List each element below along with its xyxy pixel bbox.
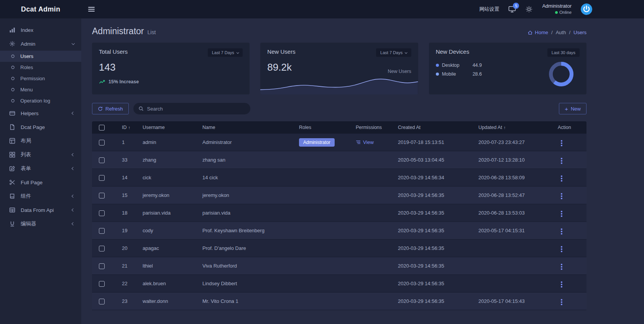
layout-icon (9, 138, 15, 144)
row-checkbox[interactable] (99, 299, 105, 304)
row-checkbox[interactable] (99, 281, 105, 287)
chevron-down-icon (237, 51, 239, 53)
cell-name: parisian.vida (196, 210, 292, 216)
user-info[interactable]: Administrator Online (542, 3, 572, 15)
sidebar-item-admin[interactable]: Admin (0, 37, 81, 51)
sidebar-item-permission[interactable]: Permission (0, 73, 81, 84)
bar-chart-icon (9, 27, 15, 33)
breadcrumb-users: Users (573, 30, 586, 35)
sidebar-item-operation-log[interactable]: Operation log (0, 95, 81, 106)
cell-permissions: View (349, 139, 391, 145)
period-dropdown[interactable]: Last 7 Days (376, 48, 411, 57)
sidebar-item-label: 编辑器 (21, 220, 72, 227)
row-actions-button[interactable] (558, 139, 565, 148)
users-table: ID↑ Username Name Roles Permissions Crea… (92, 121, 586, 310)
row-actions-button[interactable] (558, 156, 565, 165)
sidebar-item-label: Menu (20, 87, 74, 93)
avatar[interactable] (581, 3, 592, 15)
cell-name: jeremy.okon (196, 192, 292, 198)
sidebar-item-list[interactable]: 列表 (0, 148, 81, 162)
cell-created-at: 2020-03-29 14:56:34 (391, 175, 472, 180)
row-checkbox[interactable] (99, 210, 105, 216)
cell-id: 18 (115, 210, 136, 216)
cell-name: Viva Rutherford (196, 263, 292, 269)
hamburger-menu-button[interactable] (87, 5, 95, 13)
row-checkbox[interactable] (99, 157, 105, 163)
permissions-view-link[interactable]: View (356, 139, 374, 145)
cell-username: alek.bruen (136, 281, 196, 286)
theme-sun-icon[interactable] (525, 6, 533, 13)
breadcrumb-home[interactable]: Home (527, 30, 548, 35)
refresh-button[interactable]: Refresh (92, 103, 129, 114)
row-actions-button[interactable] (558, 227, 565, 236)
row-actions-button[interactable] (558, 245, 565, 254)
circle-icon (10, 54, 15, 59)
search-input[interactable] (133, 103, 250, 114)
sidebar-item-dcat-page[interactable]: Dcat Page (0, 120, 81, 134)
cell-id: 19 (115, 228, 136, 233)
row-checkbox[interactable] (99, 140, 105, 145)
sidebar-item-roles[interactable]: Roles (0, 62, 81, 73)
sidebar-item-label: Users (20, 53, 74, 59)
sidebar-item-label: 表单 (21, 165, 72, 172)
row-actions-button[interactable] (558, 262, 565, 271)
sort-asc-icon: ↑ (504, 125, 506, 130)
cell-id: 14 (115, 175, 136, 180)
cell-updated-at: 2020-06-28 13:52:47 (472, 192, 551, 198)
period-button[interactable]: Last 30 days (547, 48, 580, 57)
search-icon (138, 106, 144, 111)
chevron-down-icon (405, 51, 407, 53)
breadcrumb: Home/Auth/Users (527, 30, 586, 35)
sidebar-item-users[interactable]: Users (0, 51, 81, 62)
sidebar-item-form[interactable]: 表单 (0, 162, 81, 175)
sidebar-item-data-from-api[interactable]: Data From Api (0, 203, 81, 217)
col-header-updated-at[interactable]: Updated At (478, 125, 502, 130)
sidebar-item-label: Helpers (21, 111, 72, 116)
sidebar-item-full-page[interactable]: Full Page (0, 175, 81, 189)
devices-donut-chart (547, 60, 575, 88)
cell-name: Prof. D'angelo Dare (196, 245, 292, 251)
cell-name: 14 cick (196, 175, 292, 180)
sidebar-menu: IndexAdminUsersRolesPermissionMenuOperat… (0, 23, 81, 231)
cell-name: Administrator (196, 139, 292, 145)
sidebar-item-helpers[interactable]: Helpers (0, 106, 81, 120)
col-header-username: Username (143, 125, 165, 130)
row-checkbox[interactable] (99, 193, 105, 198)
cell-created-at: 2020-03-29 14:56:35 (391, 298, 472, 304)
table-row: 22 alek.bruen Lindsey Dibbert 2020-03-29… (92, 275, 586, 293)
user-status: Online (542, 10, 572, 15)
select-all-checkbox[interactable] (99, 125, 105, 131)
table-row: 15 jeremy.okon jeremy.okon 2020-03-29 14… (92, 187, 586, 204)
sidebar-item-components[interactable]: 组件 (0, 189, 81, 203)
sidebar-item-editor[interactable]: 编辑器 (0, 217, 81, 231)
row-checkbox[interactable] (99, 175, 105, 181)
legend-dot (436, 64, 439, 67)
site-settings-link[interactable]: 网站设置 (479, 6, 499, 13)
new-button[interactable]: + New (559, 103, 586, 114)
sidebar-item-label: Full Page (21, 180, 74, 185)
row-checkbox[interactable] (99, 228, 105, 234)
row-checkbox[interactable] (99, 263, 105, 269)
row-actions-button[interactable] (558, 209, 565, 218)
sidebar-item-menu[interactable]: Menu (0, 84, 81, 95)
app-logo[interactable]: Dcat Admin (0, 0, 81, 18)
chevron-left-icon (72, 195, 75, 198)
chevron-down-icon (72, 42, 75, 45)
cell-updated-at: 2020-05-17 04:15:43 (472, 298, 551, 304)
cell-created-at: 2020-03-29 14:56:35 (391, 210, 472, 216)
notification-monitor-icon[interactable]: 5 (508, 6, 516, 13)
cell-id: 1 (115, 139, 136, 145)
period-dropdown[interactable]: Last 7 Days (208, 48, 243, 57)
row-actions-button[interactable] (558, 298, 565, 307)
cell-name: Prof. Keyshawn Breitenberg (196, 228, 292, 233)
sidebar-item-layout[interactable]: 布局 (0, 134, 81, 148)
row-actions-button[interactable] (558, 280, 565, 289)
table-row: 23 walter.donn Mr. Vito Crona 1 2020-03-… (92, 293, 586, 310)
col-header-created-at: Created At (398, 125, 421, 130)
sidebar-item-index[interactable]: Index (0, 23, 81, 37)
row-actions-button[interactable] (558, 192, 565, 201)
row-checkbox[interactable] (99, 246, 105, 251)
circle-icon (10, 98, 15, 103)
col-header-id[interactable]: ID (122, 125, 127, 130)
row-actions-button[interactable] (558, 174, 565, 183)
